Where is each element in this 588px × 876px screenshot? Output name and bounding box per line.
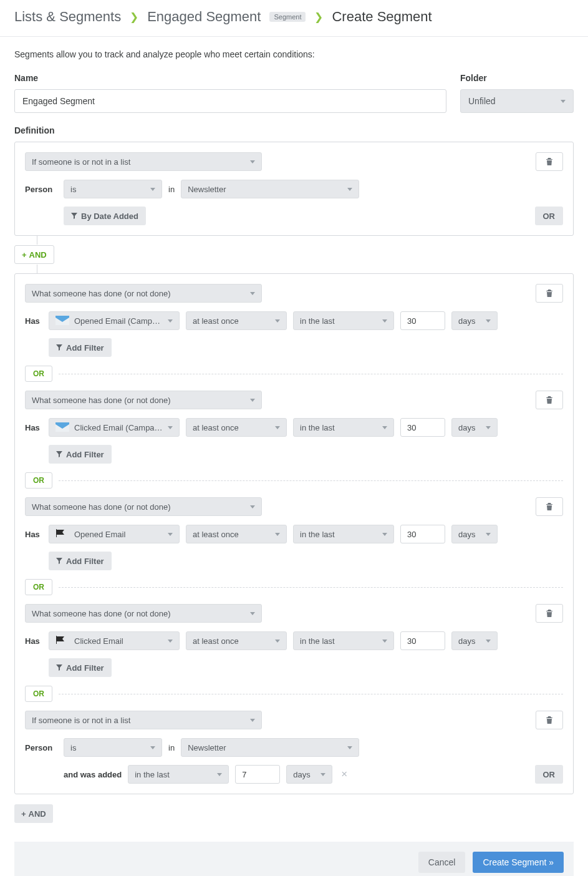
segment-name-input[interactable] [14,89,446,113]
chevron-right-icon: ❯ [314,11,323,24]
delete-condition-button[interactable] [536,284,563,303]
and-button[interactable]: + AND [14,245,54,264]
add-filter-button[interactable]: Add Filter [49,338,112,357]
unit-select[interactable]: days [451,418,498,437]
folder-select[interactable]: Unfiled [460,89,574,113]
add-filter-button[interactable]: Add Filter [49,552,112,570]
frequency-select[interactable]: at least once [186,525,287,543]
unit-select[interactable]: days [451,525,498,543]
and-connector: + AND [14,236,574,273]
filter-icon [56,664,62,671]
unit-select[interactable]: days [451,311,498,330]
metric-select[interactable]: Clicked Email (Campaign) [49,418,180,437]
unit-value: days [458,636,475,646]
or-button[interactable]: OR [535,765,564,784]
unit-select[interactable]: days [451,631,498,650]
frequency-select[interactable]: at least once [186,631,287,650]
chevron-down-icon [382,640,387,643]
or-button[interactable]: OR [25,472,52,489]
list-value: Newsletter [188,185,226,194]
date-added-timeframe-select[interactable]: in the last [128,765,229,784]
condition-type-value: What someone has done (or not done) [32,396,171,405]
delete-condition-button[interactable] [536,497,563,516]
filter-icon [56,344,62,351]
create-segment-button[interactable]: Create Segment » [473,852,564,873]
frequency-value: at least once [193,530,239,539]
person-op-select[interactable]: is [64,180,162,198]
metric-select[interactable]: Opened Email (Campaign) [49,311,180,330]
plus-icon: + [21,809,26,819]
and-label: AND [29,809,46,819]
or-button[interactable]: OR [535,207,564,225]
list-select[interactable]: Newsletter [181,180,359,198]
timeframe-value: in the last [300,316,335,326]
condition-type-select[interactable]: If someone is or not in a list [25,711,262,729]
timeframe-value-input[interactable] [400,525,445,543]
timeframe-select[interactable]: in the last [293,418,394,437]
dashed-line [59,374,563,374]
person-op-value: is [70,185,76,194]
delete-condition-button[interactable] [536,152,563,171]
person-op-select[interactable]: is [64,738,162,757]
chevron-down-icon [250,612,255,615]
remove-date-filter-button[interactable]: × [339,768,350,781]
or-button[interactable]: OR [25,366,52,382]
delete-condition-button[interactable] [536,391,563,409]
or-button[interactable]: OR [25,579,52,595]
condition-type-select[interactable]: What someone has done (or not done) [25,391,262,409]
timeframe-select[interactable]: in the last [293,525,394,543]
person-label: Person [25,743,57,752]
frequency-select[interactable]: at least once [186,418,287,437]
add-filter-label: Add Filter [66,450,104,459]
chevron-down-icon [250,719,255,722]
condition-type-select[interactable]: What someone has done (or not done) [25,284,262,303]
chevron-down-icon [486,640,491,643]
filter-icon [56,451,62,457]
metric-select[interactable]: Opened Email [49,525,180,543]
intro-text: Segments allow you to track and analyze … [14,49,574,59]
has-label: Has [25,530,42,539]
chevron-down-icon [382,319,387,323]
metric-select[interactable]: Clicked Email [49,631,180,650]
timeframe-value-input[interactable] [400,631,445,650]
date-added-value-input[interactable] [235,765,280,784]
chevron-down-icon [275,319,280,323]
condition-type-value: What someone has done (or not done) [32,502,171,512]
condition-type-select[interactable]: If someone is or not in a list [25,152,262,171]
chevron-down-icon [486,426,491,429]
chevron-down-icon [486,319,491,323]
name-label: Name [14,73,446,83]
date-added-unit-select[interactable]: days [286,765,332,784]
trash-icon [546,289,553,298]
add-filter-button[interactable]: Add Filter [49,658,112,677]
chevron-down-icon [168,533,173,536]
or-button[interactable]: OR [25,686,52,702]
frequency-select[interactable]: at least once [186,311,287,330]
list-select[interactable]: Newsletter [181,738,359,757]
timeframe-value-input[interactable] [400,418,445,437]
trash-icon [546,157,553,166]
or-separator: OR [25,366,563,382]
add-filter-button[interactable]: Add Filter [49,445,112,464]
delete-condition-button[interactable] [536,711,563,729]
chevron-down-icon [382,426,387,429]
unit-value: days [458,530,475,539]
person-label: Person [25,185,57,194]
condition-type-value: If someone is or not in a list [32,157,130,167]
timeframe-select[interactable]: in the last [293,311,394,330]
chevron-down-icon [275,640,280,643]
delete-condition-button[interactable] [536,604,563,623]
date-added-unit-value: days [293,770,310,779]
condition-type-select[interactable]: What someone has done (or not done) [25,497,262,516]
breadcrumb-lists[interactable]: Lists & Segments [14,9,121,25]
timeframe-select[interactable]: in the last [293,631,394,650]
timeframe-value-input[interactable] [400,311,445,330]
segment-badge: Segment [269,12,306,22]
cancel-button[interactable]: Cancel [418,852,466,873]
condition-type-select[interactable]: What someone has done (or not done) [25,604,262,623]
metric-value: Opened Email (Campaign) [74,316,163,326]
add-and-group-button[interactable]: + AND [14,804,53,823]
by-date-added-button[interactable]: By Date Added [64,207,146,225]
breadcrumb-segment-name[interactable]: Engaged Segment [147,9,261,25]
chevron-down-icon [250,292,255,295]
